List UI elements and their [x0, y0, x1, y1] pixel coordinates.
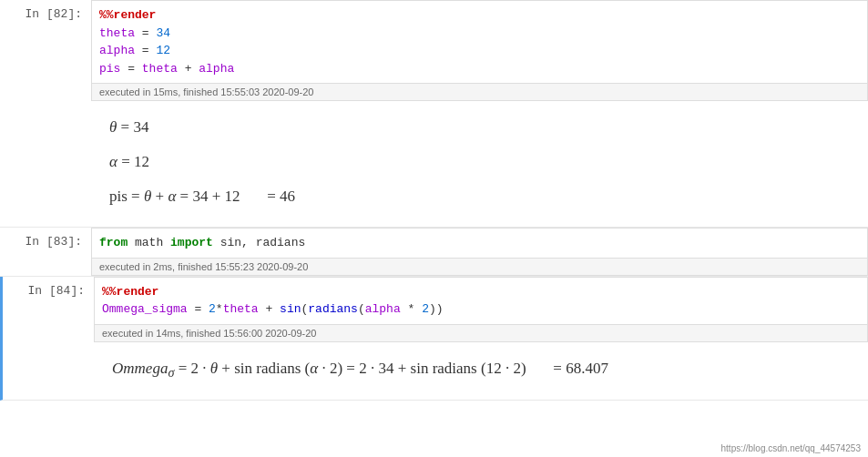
cell-83-num: [83]:	[46, 235, 82, 249]
cell-84-executed: executed in 14ms, finished 15:56:00 2020…	[94, 325, 868, 342]
number: 2	[422, 302, 429, 316]
var-theta: theta	[223, 302, 259, 316]
operator: =	[135, 26, 156, 40]
magic-keyword: %%render	[102, 285, 158, 299]
cell-82-code[interactable]: %%render theta = 34 alpha = 12 pis = the…	[91, 0, 868, 84]
cell-84: In [84]: %%render Ommega_sigma = 2*theta…	[0, 277, 868, 401]
watermark: https://blog.csdn.net/qq_44574253	[721, 443, 861, 453]
code-line: pis = theta + alpha	[99, 60, 860, 78]
operator: *	[216, 302, 223, 316]
var-alpha: alpha	[365, 302, 401, 316]
number: 34	[156, 26, 170, 40]
var-omega: Ommega_sigma	[102, 302, 188, 316]
operator: =	[120, 62, 141, 76]
code-line: alpha = 12	[99, 42, 860, 60]
operator: =	[135, 44, 156, 57]
paren: (	[358, 302, 365, 316]
var-alpha: alpha	[99, 44, 135, 57]
math-pis-eq: pis = θ + α = 34 + 12 = 46	[109, 181, 850, 212]
cell-83-label: In [83]:	[0, 228, 91, 276]
cell-83-executed: executed in 2ms, finished 15:55:23 2020-…	[91, 259, 868, 276]
import-names: sin, radians	[213, 236, 305, 249]
cell-82-num: [82]:	[46, 7, 82, 21]
module-name: math	[128, 236, 170, 249]
math-omega-eq: Ommegaσ = 2 · θ + sin radians (α · 2) = …	[112, 353, 850, 386]
cell-83: In [83]: from math import sin, radians e…	[0, 228, 868, 277]
notebook: In [82]: %%render theta = 34 alpha = 12 …	[0, 0, 868, 401]
func-radians: radians	[308, 302, 358, 316]
code-line: theta = 34	[99, 25, 860, 43]
var-theta: theta	[142, 62, 178, 76]
cell-82-label: In [82]:	[0, 0, 91, 227]
from-keyword: from	[99, 236, 128, 249]
number: 2	[209, 302, 216, 316]
cell-84-label: In [84]:	[3, 277, 94, 401]
cell-82-content: %%render theta = 34 alpha = 12 pis = the…	[91, 0, 868, 227]
number: 12	[156, 44, 170, 57]
cell-83-in: In	[26, 235, 40, 249]
operator: +	[259, 302, 280, 316]
cell-82-in: In	[26, 7, 40, 21]
import-keyword: import	[170, 236, 213, 249]
var-pis: pis	[99, 62, 120, 76]
code-line: Ommega_sigma = 2*theta + sin(radians(alp…	[102, 300, 860, 319]
operator: +	[178, 62, 199, 76]
cell-84-content: %%render Ommega_sigma = 2*theta + sin(ra…	[94, 277, 868, 401]
cell-83-content: from math import sin, radians executed i…	[91, 228, 868, 276]
magic-keyword: %%render	[99, 8, 156, 22]
cell-84-num: [84]:	[49, 284, 85, 298]
cell-82-output: θ = 34 α = 12 pis = θ + α = 34 + 12 = 46	[91, 101, 868, 227]
code-line: %%render	[99, 6, 860, 25]
operator: =	[188, 302, 209, 316]
operator: *	[401, 302, 422, 316]
cell-84-code[interactable]: %%render Ommega_sigma = 2*theta + sin(ra…	[94, 277, 868, 325]
cell-83-code[interactable]: from math import sin, radians	[91, 228, 868, 259]
var-theta: theta	[99, 26, 135, 40]
cell-82: In [82]: %%render theta = 34 alpha = 12 …	[0, 0, 868, 228]
paren: ))	[429, 302, 444, 316]
var-alpha: alpha	[199, 62, 234, 76]
code-line: %%render	[102, 283, 860, 301]
code-line: from math import sin, radians	[99, 234, 860, 252]
func-sin: sin	[280, 302, 301, 316]
math-alpha-eq: α = 12	[109, 147, 850, 178]
cell-84-output: Ommegaσ = 2 · θ + sin radians (α · 2) = …	[94, 342, 868, 401]
cell-82-executed: executed in 15ms, finished 15:55:03 2020…	[91, 84, 868, 101]
math-theta-eq: θ = 34	[109, 112, 850, 143]
cell-84-in: In	[28, 284, 43, 298]
